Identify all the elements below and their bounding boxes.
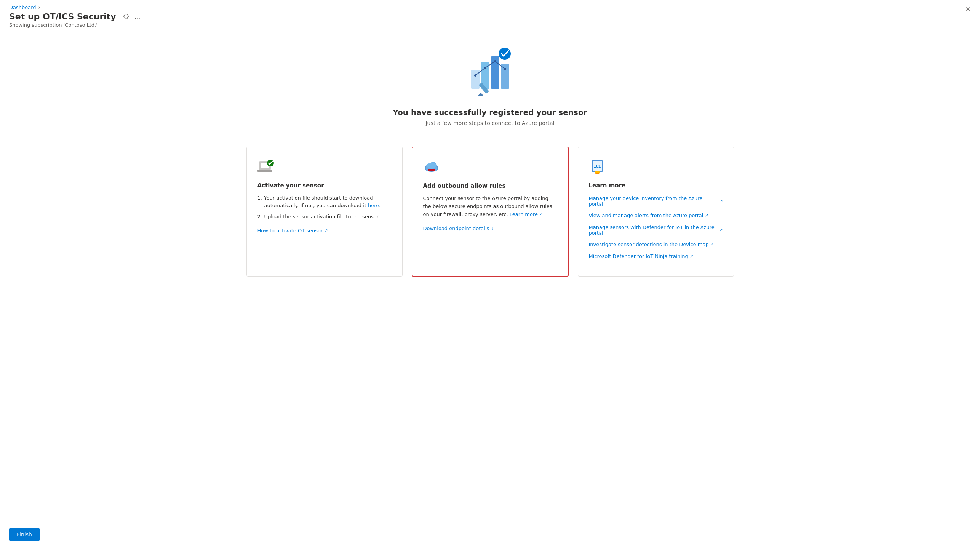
outbound-rules-card: Add outbound allow rules Connect your se… [412,147,569,277]
breadcrumb-parent[interactable]: Dashboard [9,5,36,10]
hero-illustration [460,43,521,96]
svg-point-4 [474,74,476,77]
svg-marker-26 [595,173,600,174]
outbound-rules-body: Connect your sensor to the Azure portal … [423,195,557,218]
svg-point-21 [427,163,436,169]
svg-rect-19 [428,169,435,171]
learn-link-3: Manage sensors with Defender for IoT in … [589,223,723,236]
learn-more-ext-icon: ↗ [539,211,543,218]
external-link-icon: ↗ [324,228,328,233]
page-subtitle: Showing subscription 'Contoso Ltd.' [0,22,980,35]
ext-icon-4: ↗ [710,242,714,247]
header-actions: … [122,13,142,21]
activate-ot-sensor-link[interactable]: How to activate OT sensor ↗ [257,228,328,234]
svg-text:101: 101 [593,164,600,168]
more-button[interactable]: … [133,13,142,21]
svg-rect-13 [257,170,272,172]
hero-title: You have successfully registered your se… [393,108,587,117]
activate-sensor-icon [257,158,392,177]
learn-more-card: 101 Learn more Manage your device invent… [578,147,734,277]
hero-section: You have successfully registered your se… [0,35,980,138]
learn-link-1: Manage your device inventory from the Az… [589,194,723,207]
ext-icon-2: ↗ [705,213,708,218]
finish-button-container: Finish [9,528,40,541]
finish-button[interactable]: Finish [9,528,40,541]
page-title: Set up OT/ICS Security [9,12,116,21]
ext-icon-1: ↗ [719,199,723,204]
close-button[interactable]: ✕ [965,5,971,14]
svg-rect-0 [471,70,480,89]
activate-sensor-title: Activate your sensor [257,182,392,189]
cards-container: Activate your sensor Your activation fil… [224,138,757,286]
step-1: Your activation file should start to dow… [257,194,392,209]
hero-subtitle: Just a few more steps to connect to Azur… [425,120,554,126]
download-endpoint-link[interactable]: Download endpoint details ↓ [423,226,494,231]
page-header: Set up OT/ICS Security … [0,12,980,22]
download-icon: ↓ [491,226,494,231]
ext-icon-3: ↗ [719,228,723,233]
breadcrumb: Dashboard › [0,0,980,12]
svg-point-10 [499,48,511,60]
svg-point-6 [494,60,496,62]
learn-link-4: Investigate sensor detections in the Dev… [589,240,723,248]
svg-point-7 [504,68,506,70]
learn-more-link[interactable]: Learn more ↗ [510,211,543,219]
pin-button[interactable] [122,13,131,21]
breadcrumb-separator: › [38,5,40,10]
ext-icon-5: ↗ [690,254,693,259]
learn-more-icon: 101 [589,158,723,177]
svg-point-20 [434,170,435,171]
learn-link-2: View and manage alerts from the Azure po… [589,211,723,219]
learn-more-card-title: Learn more [589,182,723,189]
learn-link-5: Microsoft Defender for IoT Ninja trainin… [589,252,723,259]
svg-rect-25 [595,171,600,173]
svg-point-5 [484,67,486,69]
outbound-rules-icon [423,158,557,177]
svg-rect-3 [501,64,509,89]
svg-marker-9 [478,93,483,96]
step-2: Upload the sensor activation file to the… [257,213,392,221]
activate-sensor-card: Activate your sensor Your activation fil… [246,147,403,277]
outbound-rules-title: Add outbound allow rules [423,182,557,189]
learn-more-links-list: Manage your device inventory from the Az… [589,194,723,259]
activate-sensor-steps: Your activation file should start to dow… [257,194,392,221]
here-link[interactable]: here [368,202,379,210]
